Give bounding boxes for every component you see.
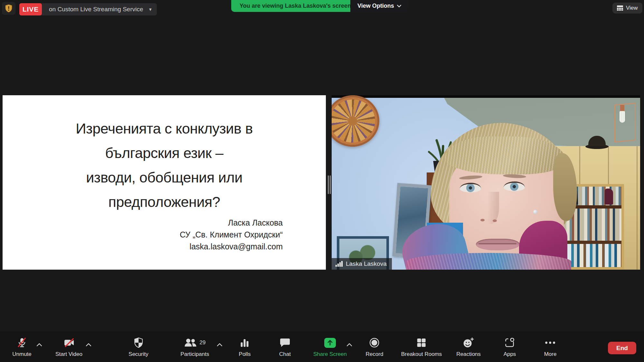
participant-name-tag: Laska Laskova xyxy=(332,258,392,270)
unmute-button[interactable]: Unmute xyxy=(12,337,32,357)
slide-title: Изреченията с конклузив в българския ези… xyxy=(3,116,326,214)
end-meeting-button[interactable]: End xyxy=(608,342,636,354)
breakout-rooms-icon xyxy=(417,338,426,348)
speaker-hair-fringe xyxy=(445,136,566,174)
slide-author-block: Ласка Ласкова СУ „Св. Климент Охридски“ … xyxy=(180,217,283,253)
participants-icon xyxy=(184,338,197,348)
share-screen-button[interactable]: Share Screen xyxy=(313,337,347,357)
slide-title-line: българския език – xyxy=(3,141,326,165)
more-dots-icon xyxy=(545,341,556,344)
stream-service-label: on Custom Live Streaming Service xyxy=(42,6,148,13)
decorative-wheel xyxy=(332,95,383,150)
camera-off-icon xyxy=(62,338,75,348)
live-stream-bar[interactable]: LIVE on Custom Live Streaming Service ▼ xyxy=(19,3,157,15)
security-button[interactable]: Security xyxy=(128,337,148,357)
apps-button[interactable]: Apps xyxy=(504,337,516,357)
eye xyxy=(504,181,525,191)
reactions-button[interactable]: Reactions xyxy=(456,337,481,357)
reactions-smiley-icon xyxy=(463,338,474,348)
breakout-rooms-button[interactable]: Breakout Rooms xyxy=(401,337,442,357)
participants-options-caret[interactable] xyxy=(217,342,222,348)
signal-strength-icon xyxy=(336,261,343,267)
nose xyxy=(482,192,499,224)
meeting-info-shield-button[interactable] xyxy=(2,2,15,15)
lamp-socket xyxy=(620,105,624,111)
share-screen-icon xyxy=(324,338,336,348)
nostril xyxy=(480,219,485,221)
video-letterbox xyxy=(332,95,640,98)
nostril xyxy=(493,219,497,222)
participants-count: 29 xyxy=(200,339,206,346)
gold-shield-icon xyxy=(5,4,13,13)
earring xyxy=(533,210,537,214)
share-options-caret[interactable] xyxy=(347,342,352,348)
start-video-button[interactable]: Start Video xyxy=(55,337,82,357)
view-options-label: View Options xyxy=(357,3,394,9)
slide-email: laska.laskova@gmail.com xyxy=(180,241,283,253)
slide-title-line: Изреченията с конклузив в xyxy=(3,116,326,141)
grid-view-icon xyxy=(617,5,623,11)
polls-button[interactable]: Polls xyxy=(239,337,251,357)
meeting-toolbar: Unmute Start Video Securi xyxy=(0,331,644,362)
hanging-lamp xyxy=(614,103,636,143)
chevron-down-icon xyxy=(397,5,401,7)
more-button[interactable]: More xyxy=(544,337,557,357)
eye xyxy=(460,183,481,192)
lips xyxy=(476,239,520,250)
sweater xyxy=(406,253,571,270)
live-badge: LIVE xyxy=(19,3,42,15)
slide-title-line: изводи, обобщения или xyxy=(3,165,326,190)
stream-dropdown-caret-icon[interactable]: ▼ xyxy=(148,7,153,12)
shelf-ornament xyxy=(605,189,613,205)
chat-button[interactable]: Chat xyxy=(279,337,291,357)
view-button-label: View xyxy=(626,5,638,11)
participants-button[interactable]: 29 Participants xyxy=(181,337,209,357)
microphone-muted-icon xyxy=(17,337,27,348)
security-shield-icon xyxy=(134,338,143,348)
mouth-line xyxy=(478,243,516,244)
unmute-options-caret[interactable] xyxy=(37,342,42,348)
video-options-caret[interactable] xyxy=(86,342,91,348)
participant-name: Laska Laskova xyxy=(346,260,387,267)
speaker-video-tile[interactable]: Laska Laskova xyxy=(332,95,640,270)
apps-icon xyxy=(505,338,515,348)
chat-bubble-icon xyxy=(280,338,290,348)
viewing-screen-banner-text: You are viewing Laska Laskova's screen xyxy=(240,3,351,9)
view-layout-button[interactable]: View xyxy=(612,3,642,14)
slide-title-line: предположения? xyxy=(3,190,326,214)
slide-author-name: Ласка Ласкова xyxy=(180,217,283,229)
panel-resize-handle[interactable] xyxy=(327,175,331,194)
record-button[interactable]: Record xyxy=(366,337,384,357)
shared-screen-slide: Изреченията с конклузив в българския ези… xyxy=(3,95,326,270)
record-icon xyxy=(369,338,380,348)
slide-affiliation: СУ „Св. Климент Охридски“ xyxy=(180,229,283,241)
polls-icon xyxy=(240,338,249,348)
lamp-bulb xyxy=(620,111,625,123)
viewing-screen-banner: You are viewing Laska Laskova's screen xyxy=(231,0,359,12)
view-options-button[interactable]: View Options xyxy=(350,0,408,12)
